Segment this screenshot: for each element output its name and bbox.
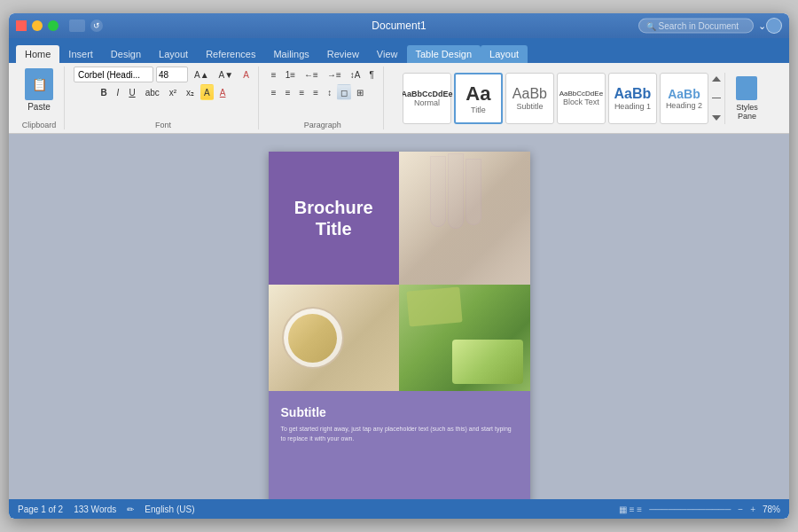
style-heading2-preview: AaBb (668, 87, 700, 101)
document-page: Brochure Title (269, 152, 530, 499)
underline-button[interactable]: U (125, 84, 138, 100)
bullets-button[interactable]: ≡ (268, 66, 280, 82)
style-normal[interactable]: AaBbCcDdEe Normal (403, 73, 451, 124)
wine-photo-content (399, 152, 530, 285)
style-title-label: Title (471, 106, 486, 114)
font-name-row: A▲ A▼ A (74, 66, 253, 82)
zoom-plus[interactable]: + (750, 505, 755, 514)
doc-title-block[interactable]: Brochure Title (269, 152, 400, 285)
bold-button[interactable]: B (97, 84, 110, 100)
font-name-input[interactable] (74, 66, 153, 82)
clipboard-label: Clipboard (22, 119, 57, 129)
shading-button[interactable]: ◻ (337, 84, 351, 100)
sort-button[interactable]: ↕A (347, 66, 364, 82)
styles-pane-button[interactable]: Styles Pane (724, 73, 769, 124)
style-heading2[interactable]: AaBb Heading 2 (660, 73, 708, 124)
style-heading1[interactable]: AaBb Heading 1 (608, 73, 657, 124)
line-spacing-button[interactable]: ↕ (324, 84, 335, 100)
edit-icon: ✏ (127, 505, 134, 514)
italic-button[interactable]: I (113, 84, 123, 100)
style-title[interactable]: Aa Title (454, 73, 503, 124)
align-right-button[interactable]: ≡ (296, 84, 309, 100)
font-decrease-btn[interactable]: A▼ (215, 66, 238, 82)
doc-photo-salad (399, 285, 530, 391)
styles-pane-label: Styles Pane (736, 103, 758, 121)
zoom-minus[interactable]: − (738, 505, 743, 514)
paste-label: Paste (27, 102, 51, 112)
style-heading2-label: Heading 2 (666, 101, 702, 110)
superscript-button[interactable]: x² (166, 84, 180, 100)
highlight-button[interactable]: A (200, 84, 214, 100)
tab-mailings[interactable]: Mailings (264, 45, 317, 63)
maximize-button[interactable] (48, 20, 59, 31)
doc-bottom-section[interactable]: Subtitle To get started right away, just… (269, 391, 530, 499)
clear-format-btn[interactable]: A (239, 66, 253, 82)
style-subtitle[interactable]: AaBb Subtitle (505, 73, 554, 124)
undo-btn[interactable]: ↺ (90, 20, 103, 32)
document-title: Document1 (372, 20, 426, 32)
style-heading1-preview: AaBb (614, 86, 652, 102)
style-block-text[interactable]: AaBbCcDdEe Block Text (557, 73, 606, 124)
tab-home[interactable]: Home (16, 45, 59, 63)
title-bar: ↺ Document1 🔍 Search in Document ⌄ (9, 13, 789, 38)
tab-insert[interactable]: Insert (59, 45, 102, 63)
indent-increase-button[interactable]: →≡ (324, 66, 345, 82)
tab-design[interactable]: Design (102, 45, 150, 63)
font-color-button[interactable]: A (216, 84, 230, 100)
align-center-button[interactable]: ≡ (282, 84, 294, 100)
style-title-preview: Aa (466, 82, 490, 106)
show-marks-button[interactable]: ¶ (365, 66, 377, 82)
search-box[interactable]: 🔍 Search in Document (638, 19, 754, 34)
paste-icon: 📋 (25, 68, 53, 100)
borders-button[interactable]: ⊞ (353, 84, 367, 100)
tab-review[interactable]: Review (318, 45, 368, 63)
tab-table-layout[interactable]: Layout (481, 45, 528, 63)
tab-references[interactable]: References (197, 45, 264, 63)
doc-photo-pasta (269, 285, 400, 391)
word-window: ↺ Document1 🔍 Search in Document ⌄ Home … (9, 13, 789, 519)
scroll-up-icon (712, 76, 721, 82)
style-subtitle-preview: AaBb (512, 86, 547, 102)
doc-top-section: Brochure Title (269, 152, 530, 285)
font-increase-btn[interactable]: A▲ (191, 66, 213, 82)
tab-view[interactable]: View (368, 45, 407, 63)
indent-decrease-button[interactable]: ←≡ (301, 66, 322, 82)
paragraph-label: Paragraph (304, 119, 341, 129)
ribbon-tabs: Home Insert Design Layout References Mai… (9, 38, 789, 63)
salad-bowl (406, 286, 462, 326)
paste-button[interactable]: 📋 Paste (20, 66, 59, 113)
subscript-button[interactable]: x₂ (183, 84, 198, 100)
minimize-button[interactable] (32, 20, 43, 31)
pasta-inner (288, 314, 337, 363)
user-avatar[interactable] (766, 18, 782, 34)
toolbar-btn1[interactable] (69, 20, 85, 32)
styles-pane-icon (736, 76, 757, 100)
window-controls[interactable]: ⌄ (758, 20, 766, 32)
view-icons: ▦ ≡ ≡ (619, 505, 642, 514)
ribbon-group-font: A▲ A▼ A B I U abc x² x₂ A A Font (68, 66, 259, 129)
tab-layout[interactable]: Layout (150, 45, 197, 63)
style-block-text-preview: AaBbCcDdEe (559, 90, 603, 98)
styles-scroll[interactable] (711, 73, 722, 124)
align-justify-button[interactable]: ≡ (309, 84, 322, 100)
ribbon-group-paragraph: ≡ 1≡ ←≡ →≡ ↕A ¶ ≡ ≡ ≡ ≡ ↕ ◻ ⊞ Paragraph (262, 66, 384, 129)
doc-photo-wine (399, 152, 530, 285)
doc-middle-section (269, 285, 530, 391)
numbering-button[interactable]: 1≡ (282, 66, 299, 82)
ribbon-group-styles: AaBbCcDdEe Normal Aa Title AaBb Subtitle… (387, 66, 784, 129)
align-left-button[interactable]: ≡ (268, 84, 280, 100)
language: English (US) (145, 505, 194, 514)
scroll-divider (712, 98, 721, 98)
page-info: Page 1 of 2 (18, 505, 63, 514)
styles-panel: AaBbCcDdEe Normal Aa Title AaBb Subtitle… (403, 66, 769, 129)
status-right: ▦ ≡ ≡ ───────────── − + 78% (619, 505, 780, 514)
style-subtitle-label: Subtitle (516, 102, 543, 111)
strikethrough-button[interactable]: abc (142, 84, 163, 100)
editing-area[interactable]: Brochure Title (9, 134, 789, 499)
ribbon-group-clipboard: 📋 Paste Clipboard (14, 66, 65, 129)
close-button[interactable] (16, 20, 27, 31)
status-bar: Page 1 of 2 133 Words ✏ English (US) ▦ ≡… (9, 499, 789, 519)
style-heading1-label: Heading 1 (614, 102, 651, 111)
font-size-input[interactable] (156, 66, 188, 82)
tab-table-design[interactable]: Table Design (407, 45, 481, 63)
